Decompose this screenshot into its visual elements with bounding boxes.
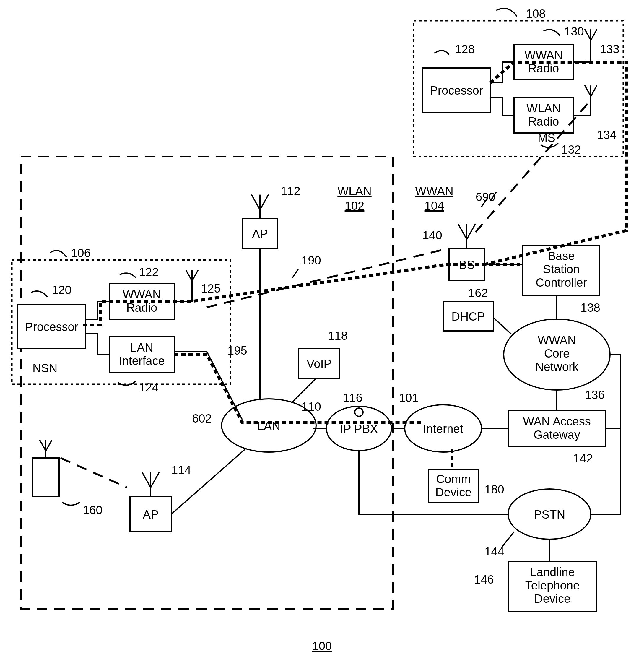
- ms-wlan1: WLAN: [527, 102, 561, 115]
- ext-dev-ref: 160: [83, 504, 102, 517]
- nsn-processor: Processor: [25, 320, 78, 333]
- wag2: Gateway: [533, 428, 580, 441]
- bsc1: Base: [548, 249, 574, 262]
- nsn-group: NSN 106 Processor 120 WWAN Radio 122 125…: [12, 246, 230, 394]
- ms-wwan1: WWAN: [525, 49, 563, 62]
- ref-190: 190: [301, 254, 321, 267]
- link-ap2-lan: [171, 449, 245, 514]
- comm2: Device: [435, 486, 471, 499]
- dhcp-ref: 162: [468, 286, 488, 299]
- ms-wlan-ref: 132: [561, 143, 581, 156]
- voip-label: VoIP: [307, 357, 332, 370]
- ap1-label: AP: [252, 227, 268, 240]
- land1: Landline: [530, 566, 574, 579]
- link-dhcp-core: [493, 318, 511, 334]
- land3: Device: [534, 592, 570, 605]
- bs-ref: 140: [422, 229, 442, 242]
- internet-ref: 101: [399, 391, 419, 404]
- bs-antenna-icon: [458, 225, 475, 248]
- core-ref: 136: [585, 388, 605, 401]
- figure-number: 100: [312, 640, 332, 653]
- bsc3: Controller: [535, 276, 587, 289]
- land-ref: 146: [474, 573, 494, 586]
- wlan-label: WLAN: [337, 185, 371, 198]
- link-voip-lan: [292, 378, 316, 402]
- nsn-ref: 106: [71, 246, 91, 259]
- nsn-label: NSN: [33, 362, 57, 375]
- ippbx-label: IP PBX: [340, 422, 378, 435]
- ap2-antenna-icon: [142, 473, 159, 496]
- ms-group: MS 108 Processor 128 WWAN Radio 130 133 …: [414, 7, 623, 156]
- wag1: WAN Access: [523, 415, 591, 428]
- ms-wlan-ant-ref: 134: [597, 128, 617, 141]
- core3: Network: [535, 360, 579, 373]
- wlan-boundary: [21, 156, 393, 609]
- nsn-lanif2: Interface: [119, 354, 165, 367]
- ms-wlan2: Radio: [528, 115, 559, 128]
- ext-dev-link: [61, 458, 127, 488]
- land2: Telephone: [525, 579, 580, 592]
- path-ms-bs: [484, 62, 626, 264]
- wlan-ref: 102: [345, 199, 365, 212]
- dhcp-label: DHCP: [451, 310, 485, 323]
- nsn-proc-ref: 120: [52, 283, 72, 296]
- core1: WWAN: [538, 333, 576, 346]
- wag-ref: 142: [573, 452, 593, 465]
- ext-dev-box: [33, 458, 59, 496]
- ms-wwan-ant-ref: 133: [600, 42, 619, 55]
- ms-ref: 108: [526, 7, 546, 20]
- ref-602: 602: [192, 412, 212, 425]
- wwan-ref: 104: [425, 199, 444, 212]
- comm-ref: 180: [484, 483, 504, 496]
- voip-ref: 118: [328, 329, 348, 342]
- nsn-wwan-ant-ref: 125: [201, 282, 221, 295]
- comm1: Comm: [436, 472, 471, 485]
- ap2-ref: 114: [171, 464, 191, 477]
- pstn-label: PSTN: [534, 508, 565, 521]
- bsc2: Station: [543, 263, 580, 276]
- ref-195: 195: [227, 344, 247, 357]
- ms-processor: Processor: [430, 84, 483, 97]
- link-core-wag-side: [610, 355, 620, 428]
- core2: Core: [544, 347, 570, 360]
- lan-ref: 110: [301, 400, 321, 413]
- nsn-wwan-ref: 122: [139, 266, 159, 279]
- ms-proc-ref: 128: [455, 42, 475, 55]
- pstn-ref: 144: [484, 545, 504, 558]
- ap1-ref: 112: [281, 185, 301, 198]
- ap2-label: AP: [143, 508, 158, 521]
- ap1-antenna-icon: [252, 195, 268, 219]
- internet-label: Internet: [423, 422, 463, 435]
- air-190: [207, 250, 443, 307]
- ippbx-ref: 116: [343, 391, 363, 404]
- nsn-lanif1: LAN: [130, 341, 153, 354]
- ms-wwan2: Radio: [528, 62, 559, 75]
- nsn-lanif-ref: 124: [139, 381, 159, 394]
- nsn-wwan2: Radio: [126, 301, 157, 314]
- ms-wwan-ref: 130: [564, 25, 584, 38]
- ext-dev-antenna-icon: [40, 440, 52, 458]
- nsn-wwan1: WWAN: [123, 288, 161, 301]
- bsc-ref: 138: [580, 301, 600, 314]
- wwan-label: WWAN: [415, 185, 453, 198]
